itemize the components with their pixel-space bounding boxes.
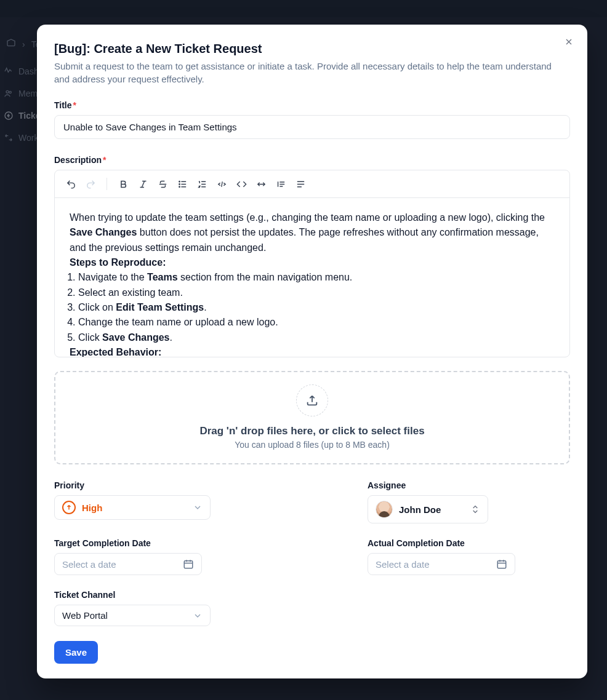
- steps-heading: Steps to Reproduce:: [70, 255, 555, 270]
- dropzone-main-text: Drag 'n' drop files here, or click to se…: [65, 425, 559, 437]
- upload-icon: [296, 384, 328, 416]
- step-item: Click Save Changes.: [78, 330, 555, 345]
- text-wrap-button[interactable]: [292, 175, 309, 193]
- priority-label: Priority: [54, 480, 257, 490]
- chevrons-up-down-icon: [470, 504, 480, 514]
- steps-list: Navigate to the Teams section from the m…: [70, 270, 555, 345]
- assignee-value: John Doe: [399, 504, 441, 515]
- assignee-label: Assignee: [368, 480, 570, 490]
- title-input[interactable]: [54, 115, 570, 139]
- strikethrough-button[interactable]: [154, 175, 171, 193]
- blockquote-button[interactable]: [272, 175, 289, 193]
- bullet-list-button[interactable]: [174, 175, 191, 193]
- toolbar-separator: [107, 178, 107, 190]
- redo-button[interactable]: [82, 175, 99, 193]
- svg-point-11: [179, 183, 179, 184]
- priority-value: High: [82, 503, 102, 513]
- actual-date-input[interactable]: Select a date: [368, 553, 515, 575]
- svg-rect-24: [184, 561, 193, 568]
- bold-button[interactable]: [115, 175, 132, 193]
- italic-button[interactable]: [134, 175, 151, 193]
- target-date-label: Target Completion Date: [54, 538, 257, 548]
- channel-select[interactable]: Web Portal: [54, 605, 211, 626]
- channel-field: Ticket Channel Web Portal: [54, 590, 257, 626]
- step-item: Select an existing team.: [78, 285, 555, 300]
- editor-toolbar: [55, 170, 569, 198]
- calendar-icon: [496, 559, 507, 570]
- code-block-button[interactable]: [213, 175, 230, 193]
- title-label-text: Title: [54, 100, 72, 110]
- assignee-select[interactable]: John Doe: [368, 495, 488, 523]
- required-indicator: *: [73, 100, 76, 110]
- horizontal-rule-button[interactable]: [252, 175, 270, 193]
- arrow-up-circle-icon: [62, 501, 76, 514]
- modal-subtitle: Submit a request to the team to get assi…: [54, 60, 559, 86]
- step-item: Navigate to the Teams section from the m…: [78, 270, 555, 285]
- channel-label: Ticket Channel: [54, 590, 257, 600]
- description-text: button does not persist the updates. The…: [70, 227, 539, 252]
- expected-heading: Expected Behavior:: [70, 345, 555, 357]
- create-ticket-modal: [Bug]: Create a New Ticket Request Submi…: [37, 25, 587, 678]
- modal-title: [Bug]: Create a New Ticket Request: [54, 42, 570, 56]
- ordered-list-button[interactable]: [193, 175, 211, 193]
- dropzone-sub-text: You can upload 8 files (up to 8 MB each): [65, 440, 559, 450]
- channel-value: Web Portal: [62, 610, 108, 621]
- description-label-text: Description: [54, 155, 102, 165]
- close-button[interactable]: [561, 36, 576, 50]
- priority-select[interactable]: High: [54, 495, 211, 520]
- description-label: Description*: [54, 155, 570, 165]
- step-item: Click on Edit Team Settings.: [78, 300, 555, 315]
- svg-point-12: [179, 186, 179, 187]
- actual-date-field: Actual Completion Date Select a date: [368, 538, 570, 575]
- inline-code-button[interactable]: [233, 175, 250, 193]
- undo-button[interactable]: [62, 175, 79, 193]
- required-indicator: *: [103, 155, 106, 165]
- svg-line-5: [142, 181, 144, 187]
- description-bold: Save Changes: [70, 227, 137, 237]
- actual-date-label: Actual Completion Date: [368, 538, 570, 548]
- file-dropzone[interactable]: Drag 'n' drop files here, or click to se…: [54, 371, 570, 464]
- avatar: [376, 501, 393, 518]
- target-date-input[interactable]: Select a date: [54, 553, 202, 575]
- description-textarea[interactable]: When trying to update the team settings …: [55, 198, 569, 357]
- chevron-down-icon: [193, 611, 203, 621]
- save-button[interactable]: Save: [54, 641, 98, 664]
- actual-date-placeholder: Select a date: [376, 559, 430, 570]
- title-label: Title*: [54, 100, 570, 110]
- target-date-placeholder: Select a date: [62, 559, 116, 570]
- assignee-field: Assignee John Doe: [368, 480, 570, 523]
- svg-rect-28: [497, 561, 506, 568]
- svg-point-10: [179, 181, 179, 181]
- target-date-field: Target Completion Date Select a date: [54, 538, 257, 575]
- chevron-down-icon: [193, 503, 203, 512]
- description-text: When trying to update the team settings …: [70, 212, 545, 223]
- rich-text-editor: When trying to update the team settings …: [54, 170, 570, 357]
- close-icon: [564, 37, 574, 49]
- step-item: Change the team name or upload a new log…: [78, 315, 555, 330]
- priority-field: Priority High: [54, 480, 257, 523]
- calendar-icon: [183, 559, 194, 570]
